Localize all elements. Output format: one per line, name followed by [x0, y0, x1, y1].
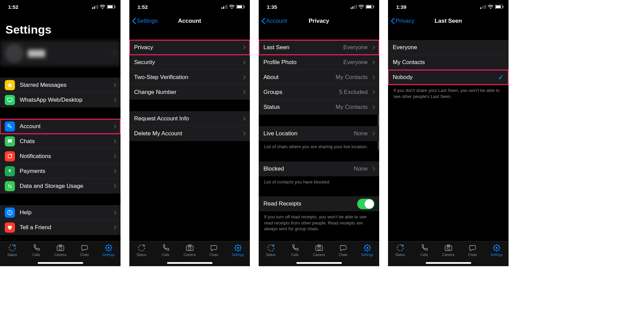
home-indicator [167, 262, 213, 264]
svg-rect-51 [480, 7, 481, 9]
svg-rect-54 [485, 5, 486, 9]
updown-icon [5, 181, 15, 191]
svg-point-17 [14, 244, 16, 247]
battery-icon [107, 4, 116, 10]
row-privacy[interactable]: Privacy [129, 40, 250, 55]
tab-settings[interactable]: Settings [355, 243, 379, 257]
back-button[interactable]: Account [261, 18, 287, 24]
svg-rect-25 [225, 5, 226, 9]
row-whatsapp-web[interactable]: WhatsApp Web/Desktop [0, 93, 121, 107]
signal-icon [92, 4, 98, 10]
chats-icon [209, 243, 218, 252]
row-chats[interactable]: Chats [0, 134, 121, 149]
footer-text: If you turn off read receipts, you won't… [259, 211, 379, 232]
row-label: Last Seen [263, 44, 343, 51]
calls-icon [32, 243, 41, 252]
nav-bar: Account Privacy [259, 14, 379, 28]
status-bar: 1:52 [129, 0, 250, 14]
tab-calls[interactable]: Calls [153, 243, 178, 257]
tab-label: Chats [338, 253, 347, 257]
tab-calls[interactable]: Calls [24, 243, 48, 257]
chevron-right-icon [112, 225, 116, 229]
row-security[interactable]: Security [129, 55, 250, 70]
row-blocked[interactable]: BlockedNone [259, 161, 379, 176]
chats-icon [339, 243, 348, 252]
tab-calls[interactable]: Calls [283, 243, 307, 257]
tab-label: Status [395, 253, 405, 257]
row-account[interactable]: Account [0, 119, 121, 134]
row-my-contacts[interactable]: My Contacts [388, 55, 509, 70]
back-button[interactable]: Settings [132, 18, 158, 24]
row-data-storage[interactable]: Data and Storage Usage [0, 179, 121, 194]
row-everyone[interactable]: Everyone [388, 40, 509, 55]
row-live-location[interactable]: Live LocationNone [259, 126, 379, 141]
svg-rect-1 [94, 6, 95, 9]
chevron-right-icon [371, 167, 375, 171]
toggle-read-receipts[interactable] [357, 199, 374, 209]
row-value: Everyone [343, 59, 368, 66]
row-delete-account[interactable]: Delete My Account [129, 126, 250, 141]
status-icon [266, 243, 275, 252]
row-request-info[interactable]: Request Account Info [129, 111, 250, 126]
tab-chats[interactable]: Chats [202, 243, 226, 257]
tab-camera[interactable]: Camera [48, 243, 72, 257]
tab-status[interactable]: Status [388, 243, 412, 257]
svg-point-50 [366, 247, 368, 249]
row-last-seen[interactable]: Last SeenEveryone [259, 40, 379, 55]
row-payments[interactable]: ₹ Payments [0, 164, 121, 179]
tab-status[interactable]: Status [0, 243, 24, 257]
row-change-number[interactable]: Change Number [129, 85, 250, 100]
row-read-receipts[interactable]: Read Receipts [259, 196, 379, 211]
row-profile-photo[interactable]: Profile PhotoEveryone [259, 55, 379, 70]
row-nobody[interactable]: Nobody✓ [388, 70, 509, 85]
row-value: 5 Excluded [339, 89, 368, 96]
calls-icon [420, 243, 429, 252]
svg-rect-7 [7, 98, 12, 101]
profile-row[interactable]: ████ [0, 40, 121, 66]
row-tell-friend[interactable]: Tell a Friend [0, 220, 121, 235]
screen-settings: 1:52 Settings ████ Starred Messages What… [0, 0, 121, 266]
tab-settings[interactable]: Settings [484, 243, 509, 257]
svg-rect-60 [445, 246, 452, 251]
svg-rect-28 [237, 5, 242, 8]
tab-status[interactable]: Status [129, 243, 153, 257]
row-groups[interactable]: Groups5 Excluded [259, 85, 379, 100]
tab-chats[interactable]: Chats [72, 243, 96, 257]
row-starred-messages[interactable]: Starred Messages [0, 78, 121, 93]
screen-account: 1:52 Settings Account Privacy Security T… [129, 0, 250, 266]
tab-calls[interactable]: Calls [412, 243, 436, 257]
status-time: 1:52 [137, 4, 148, 10]
signal-icon [351, 4, 357, 10]
svg-point-19 [59, 247, 62, 250]
back-button[interactable]: Privacy [391, 18, 415, 24]
svg-rect-8 [9, 102, 11, 102]
svg-rect-39 [354, 5, 355, 9]
status-bar: 1:35 [259, 0, 379, 14]
row-two-step[interactable]: Two-Step Verification [129, 70, 250, 85]
row-help[interactable]: Help [0, 205, 121, 220]
chevron-right-icon [242, 90, 245, 94]
row-label: Change Number [134, 89, 242, 96]
svg-rect-32 [186, 246, 193, 251]
row-status[interactable]: StatusMy Contacts [259, 100, 379, 115]
row-notifications[interactable]: Notifications [0, 149, 121, 164]
chevron-right-icon [112, 169, 116, 173]
tab-chats[interactable]: Chats [460, 243, 484, 257]
chevron-right-icon [242, 117, 245, 120]
tab-camera[interactable]: Camera [436, 243, 460, 257]
tab-camera[interactable]: Camera [307, 243, 331, 257]
tab-settings[interactable]: Settings [96, 243, 121, 257]
tab-chats[interactable]: Chats [331, 243, 355, 257]
calls-icon [161, 243, 170, 252]
tab-status[interactable]: Status [259, 243, 283, 257]
battery-icon [366, 4, 374, 10]
chevron-right-icon [371, 90, 375, 94]
svg-rect-5 [108, 5, 113, 8]
tab-label: Status [266, 253, 275, 257]
row-about[interactable]: AboutMy Contacts [259, 70, 379, 85]
status-bar: 1:39 [388, 0, 509, 14]
tab-settings[interactable]: Settings [226, 243, 250, 257]
tab-camera[interactable]: Camera [178, 243, 202, 257]
row-label: Tell a Friend [20, 224, 113, 231]
svg-rect-20 [59, 245, 62, 246]
